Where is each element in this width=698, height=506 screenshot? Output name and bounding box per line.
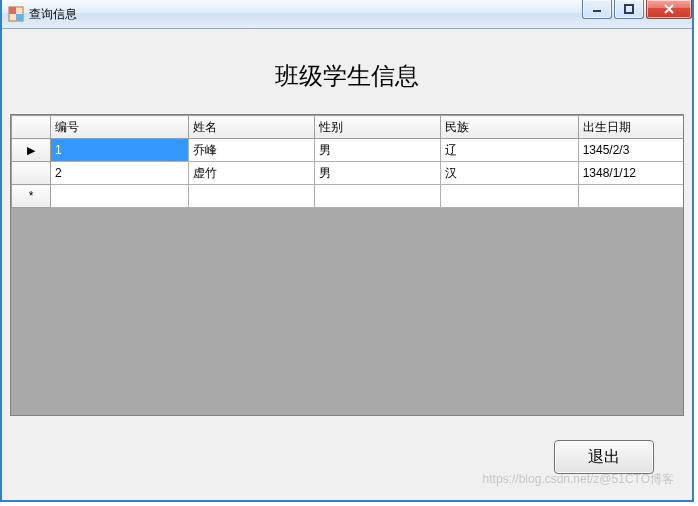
close-icon xyxy=(663,4,675,14)
row-header[interactable]: ▶ xyxy=(12,139,51,162)
new-row-icon: * xyxy=(29,189,34,203)
window-controls xyxy=(580,0,692,20)
column-header[interactable]: 性别 xyxy=(314,116,440,139)
cell[interactable]: 乔峰 xyxy=(188,139,314,162)
titlebar[interactable]: 查询信息 xyxy=(2,0,692,29)
cell[interactable]: 1 xyxy=(51,139,189,162)
cell[interactable] xyxy=(188,185,314,208)
column-header[interactable]: 姓名 xyxy=(188,116,314,139)
minimize-icon xyxy=(592,4,602,14)
client-area: 班级学生信息 编号 姓名 性别 民族 出生日期 xyxy=(10,36,684,492)
cell[interactable] xyxy=(440,185,578,208)
cell[interactable] xyxy=(578,185,683,208)
svg-rect-4 xyxy=(625,5,633,13)
minimize-button[interactable] xyxy=(582,0,612,19)
button-bar: 退出 xyxy=(10,440,684,474)
svg-rect-2 xyxy=(16,14,23,21)
data-grid-scroll[interactable]: 编号 姓名 性别 民族 出生日期 身份证号 ▶ 1 乔峰 xyxy=(11,115,683,415)
column-header[interactable]: 出生日期 xyxy=(578,116,683,139)
exit-button[interactable]: 退出 xyxy=(554,440,654,474)
column-header[interactable]: 民族 xyxy=(440,116,578,139)
row-header-new[interactable]: * xyxy=(12,185,51,208)
svg-rect-3 xyxy=(593,10,601,12)
cell[interactable]: 辽 xyxy=(440,139,578,162)
rowheader-corner[interactable] xyxy=(12,116,51,139)
cell[interactable]: 汉 xyxy=(440,162,578,185)
maximize-button[interactable] xyxy=(614,0,644,19)
column-header[interactable]: 编号 xyxy=(51,116,189,139)
close-button[interactable] xyxy=(646,0,692,19)
cell[interactable]: 1348/1/12 xyxy=(578,162,683,185)
cell[interactable]: 虚竹 xyxy=(188,162,314,185)
table-row[interactable]: 2 虚竹 男 汉 1348/1/12 411522134 xyxy=(12,162,684,185)
cell[interactable]: 1345/2/3 xyxy=(578,139,683,162)
row-header[interactable] xyxy=(12,162,51,185)
row-pointer-icon: ▶ xyxy=(27,144,35,156)
window-title: 查询信息 xyxy=(29,6,77,23)
cell[interactable]: 男 xyxy=(314,139,440,162)
column-header-row: 编号 姓名 性别 民族 出生日期 身份证号 xyxy=(12,116,684,139)
table-new-row[interactable]: * xyxy=(12,185,684,208)
maximize-icon xyxy=(624,4,634,14)
data-grid[interactable]: 编号 姓名 性别 民族 出生日期 身份证号 ▶ 1 乔峰 xyxy=(10,114,684,416)
window-frame: 查询信息 班级学生信息 xyxy=(0,0,694,502)
cell[interactable] xyxy=(314,185,440,208)
cell[interactable]: 2 xyxy=(51,162,189,185)
data-grid-table: 编号 姓名 性别 民族 出生日期 身份证号 ▶ 1 乔峰 xyxy=(11,115,683,208)
app-icon xyxy=(8,6,24,22)
table-row[interactable]: ▶ 1 乔峰 男 辽 1345/2/3 411522134 xyxy=(12,139,684,162)
cell[interactable]: 男 xyxy=(314,162,440,185)
svg-rect-1 xyxy=(9,7,16,14)
page-title: 班级学生信息 xyxy=(10,60,684,92)
cell[interactable] xyxy=(51,185,189,208)
